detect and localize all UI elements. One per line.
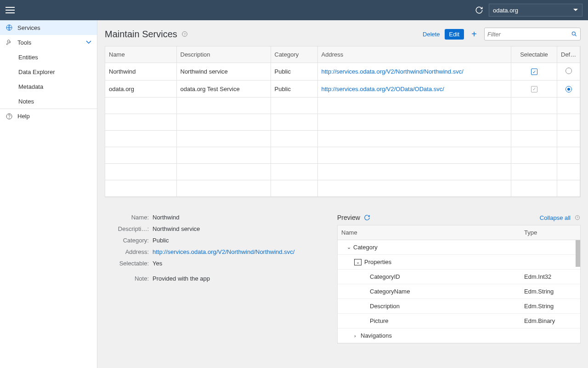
tree-row[interactable]: CategoryNameEdm.String <box>338 284 580 299</box>
sidebar-item-data-explorer[interactable]: Data Explorer <box>0 64 97 79</box>
tree-row[interactable]: PictureEdm.Binary <box>338 314 580 328</box>
help-icon[interactable]: ? <box>181 30 188 38</box>
sidebar-item-label: Help <box>17 113 30 120</box>
svg-point-2 <box>9 118 10 118</box>
sidebar-item-label: Notes <box>18 98 34 105</box>
tree-row[interactable]: DescriptionEdm.String <box>338 299 580 314</box>
chevron-down-icon: ⌄ <box>347 244 351 250</box>
chevron-down-icon <box>573 8 578 12</box>
cell-default[interactable] <box>557 80 580 98</box>
col-address[interactable]: Address <box>317 46 511 63</box>
details-panel: Name:Northwind Descripti…:Northwind serv… <box>105 214 330 344</box>
value-description: Northwind service <box>153 225 200 232</box>
col-default[interactable]: Def… <box>557 46 580 63</box>
table-row[interactable]: NorthwindNorthwind servicePublichttp://s… <box>105 63 580 80</box>
sidebar-item-label: Entities <box>18 54 38 61</box>
address-link[interactable]: http://services.odata.org/V2/Northwind/N… <box>153 248 294 255</box>
delete-button[interactable]: Delete <box>423 31 440 38</box>
tree-node-type: Edm.Int32 <box>520 270 580 284</box>
table-row <box>105 180 580 197</box>
filter-input[interactable] <box>487 31 571 38</box>
tree-node-type: Edm.String <box>520 299 580 313</box>
sidebar-item-notes[interactable]: Notes <box>0 94 97 109</box>
tree-row[interactable]: ⌄Properties <box>338 255 580 270</box>
menu-icon[interactable] <box>6 6 15 15</box>
value-selectable: Yes <box>153 260 162 267</box>
table-row <box>105 131 580 147</box>
col-selectable[interactable]: Selectable <box>511 46 557 63</box>
tree-node-name: ⌄Category <box>338 240 520 254</box>
service-dropdown-label: odata.org <box>493 7 518 14</box>
scrollbar[interactable] <box>576 240 580 267</box>
preview-panel: Preview Collapse all ? Name <box>337 214 581 344</box>
col-description[interactable]: Description <box>176 46 271 63</box>
topbar: odata.org <box>0 0 588 20</box>
label-description: Descripti…: <box>105 225 153 232</box>
sidebar-item-label: Tools <box>17 39 31 46</box>
cell-category: Public <box>271 63 317 80</box>
page-header: Maintain Services ? Delete Edit + <box>97 20 588 46</box>
tree-node-name: Picture <box>338 314 520 328</box>
search-icon[interactable] <box>571 31 577 37</box>
add-button[interactable]: + <box>469 29 480 40</box>
value-category: Public <box>153 237 169 244</box>
sidebar-item-help[interactable]: Help <box>0 109 97 123</box>
tree-node-name: CategoryName <box>338 284 520 299</box>
filter-input-wrap <box>484 28 581 40</box>
chevron-down-icon <box>86 40 91 45</box>
table-row <box>105 98 580 114</box>
tree-node-name: ⌄Properties <box>338 255 520 269</box>
table-row <box>105 147 580 164</box>
chevron-right-icon: › <box>354 333 358 339</box>
tree-col-type: Type <box>520 225 580 240</box>
tree-row[interactable]: ›Navigations <box>338 328 580 343</box>
edit-button[interactable]: Edit <box>445 29 464 40</box>
sidebar-item-label: Data Explorer <box>18 69 55 75</box>
value-note: Provided with the app <box>153 275 210 282</box>
collapse-all-button[interactable]: Collapse all <box>540 214 571 221</box>
sidebar-item-metadata[interactable]: Metadata <box>0 79 97 94</box>
address-link[interactable]: http://services.odata.org/V2/Northwind/N… <box>322 68 464 75</box>
cell-selectable[interactable]: ✓ <box>511 80 557 98</box>
label-name: Name: <box>105 214 153 221</box>
value-name: Northwind <box>153 214 180 221</box>
cell-description: Northwind service <box>176 63 271 80</box>
address-link[interactable]: http://services.odata.org/V2/OData/OData… <box>322 86 444 92</box>
tree-node-name: CategoryID <box>338 270 520 284</box>
sidebar-item-label: Services <box>17 24 40 31</box>
sidebar-item-tools[interactable]: Tools <box>0 35 97 50</box>
table-header-row: Name Description Category Address Select… <box>105 46 580 63</box>
tree-row[interactable]: CategoryIDEdm.Int32 <box>338 270 580 284</box>
table-row[interactable]: odata.orgodata.org Test ServicePublichtt… <box>105 80 580 98</box>
help-icon <box>6 113 13 120</box>
wrench-icon <box>6 39 13 46</box>
svg-point-5 <box>572 32 575 35</box>
service-dropdown[interactable]: odata.org <box>489 4 582 17</box>
tree-header: Name Type <box>338 225 580 240</box>
tree-node-type: Edm.Binary <box>520 314 580 328</box>
cell-address: http://services.odata.org/V2/Northwind/N… <box>317 63 511 80</box>
cell-name: odata.org <box>105 80 176 98</box>
col-name[interactable]: Name <box>105 46 176 63</box>
cell-default[interactable] <box>557 63 580 80</box>
tree-row[interactable]: ⌄Category <box>338 240 580 255</box>
services-table: Name Description Category Address Select… <box>105 46 581 197</box>
col-category[interactable]: Category <box>271 46 317 63</box>
refresh-icon[interactable] <box>475 6 483 14</box>
label-note: Note: <box>105 275 153 282</box>
tree-node-type: Edm.String <box>520 284 580 299</box>
cell-category: Public <box>271 80 317 98</box>
sidebar-item-entities[interactable]: Entities <box>0 50 97 64</box>
table-row <box>105 164 580 180</box>
help-icon[interactable]: ? <box>574 214 581 221</box>
refresh-icon[interactable] <box>364 214 370 221</box>
tree-node-name: Description <box>338 299 520 313</box>
sidebar-item-services[interactable]: Services <box>0 20 97 35</box>
tree-col-name: Name <box>338 225 520 240</box>
label-category: Category: <box>105 237 153 244</box>
cell-address: http://services.odata.org/V2/OData/OData… <box>317 80 511 98</box>
cell-name: Northwind <box>105 63 176 80</box>
label-selectable: Selectable: <box>105 260 153 267</box>
tree-node-type <box>520 240 580 254</box>
cell-selectable[interactable]: ✓ <box>511 63 557 80</box>
